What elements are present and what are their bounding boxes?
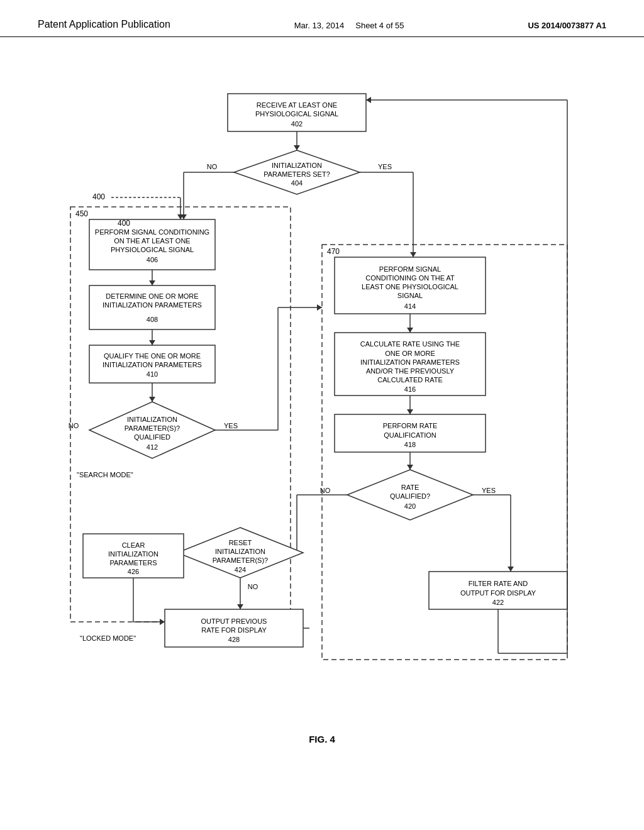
search-mode-label: "SEARCH MODE" — [77, 471, 133, 479]
patent-number: US 2014/0073877 A1 — [528, 21, 606, 30]
svg-text:NO: NO — [207, 163, 218, 170]
svg-text:426: 426 — [128, 568, 139, 575]
header-center: Mar. 13, 2014 Sheet 4 of 55 — [294, 21, 404, 30]
svg-text:ONE OR MORE: ONE OR MORE — [385, 350, 435, 357]
svg-text:INITIALIZATION: INITIALIZATION — [108, 550, 158, 558]
svg-text:412: 412 — [147, 443, 158, 451]
svg-text:406: 406 — [147, 256, 158, 263]
svg-text:YES: YES — [482, 487, 496, 494]
svg-text:428: 428 — [228, 636, 240, 643]
svg-marker-24 — [149, 280, 155, 285]
svg-text:INITIALIZATION PARAMETERS: INITIALIZATION PARAMETERS — [103, 301, 202, 309]
svg-text:PARAMETERS SET?: PARAMETERS SET? — [264, 170, 330, 178]
svg-marker-6 — [294, 145, 300, 150]
figure-caption: FIG. 4 — [52, 734, 592, 744]
svg-text:422: 422 — [492, 599, 504, 606]
svg-text:CLEAR: CLEAR — [122, 541, 145, 549]
svg-text:CALCULATE RATE USING THE: CALCULATE RATE USING THE — [360, 340, 460, 348]
publication-title: Patent Application Publication — [38, 19, 170, 30]
svg-text:400: 400 — [92, 192, 105, 201]
header: Patent Application Publication Mar. 13, … — [0, 0, 644, 37]
svg-text:QUALIFY THE ONE OR MORE: QUALIFY THE ONE OR MORE — [104, 352, 201, 360]
svg-text:AND/OR THE PREVIOUSLY: AND/OR THE PREVIOUSLY — [366, 367, 455, 375]
label-400: 400 — [118, 219, 130, 228]
svg-text:INITIALIZATION PARAMETERS: INITIALIZATION PARAMETERS — [360, 358, 460, 366]
svg-marker-30 — [149, 340, 155, 345]
svg-text:NO: NO — [320, 487, 331, 494]
svg-text:YES: YES — [378, 163, 392, 170]
publication-date: Mar. 13, 2014 — [294, 21, 345, 30]
svg-text:408: 408 — [147, 316, 158, 323]
svg-text:FILTER RATE AND: FILTER RATE AND — [469, 580, 528, 587]
locked-mode-label: "LOCKED MODE" — [80, 634, 136, 642]
svg-marker-17 — [410, 252, 416, 257]
sheet-info: Sheet 4 of 55 — [355, 21, 404, 30]
svg-marker-112 — [366, 97, 371, 103]
svg-text:PHYSIOLOGICAL SIGNAL: PHYSIOLOGICAL SIGNAL — [255, 110, 338, 118]
svg-text:CONDITIONING ON THE AT: CONDITIONING ON THE AT — [365, 274, 455, 282]
svg-text:NO: NO — [69, 422, 79, 429]
svg-text:QUALIFIED: QUALIFIED — [134, 433, 170, 441]
header-left: Patent Application Publication — [38, 19, 170, 30]
svg-text:PARAMETER(S)?: PARAMETER(S)? — [213, 556, 268, 564]
diagram-area: 450 470 RECEIVE AT LEAST ONE PHYSIOLOGIC… — [52, 75, 592, 744]
svg-text:RESET: RESET — [229, 539, 252, 546]
svg-marker-54 — [407, 328, 413, 333]
svg-text:QUALIFICATION: QUALIFICATION — [384, 431, 436, 439]
svg-marker-95 — [237, 604, 243, 609]
svg-text:PERFORM SIGNAL: PERFORM SIGNAL — [379, 265, 441, 273]
label-470: 470 — [327, 247, 340, 256]
page: Patent Application Publication Mar. 13, … — [0, 0, 644, 830]
node-402-text: RECEIVE AT LEAST ONE — [257, 101, 337, 109]
svg-text:416: 416 — [404, 385, 416, 393]
svg-text:418: 418 — [404, 441, 416, 448]
svg-text:PARAMETER(S)?: PARAMETER(S)? — [125, 424, 180, 432]
svg-text:424: 424 — [235, 566, 246, 573]
svg-text:NO: NO — [248, 583, 258, 590]
svg-text:INITIALIZATION: INITIALIZATION — [215, 548, 265, 555]
svg-text:PERFORM SIGNAL CONDITIONING: PERFORM SIGNAL CONDITIONING — [95, 228, 209, 236]
svg-text:LEAST ONE PHYSIOLOGICAL: LEAST ONE PHYSIOLOGICAL — [362, 283, 458, 290]
svg-text:RATE: RATE — [401, 484, 419, 491]
svg-marker-46 — [317, 304, 322, 311]
svg-marker-36 — [149, 397, 155, 402]
svg-text:420: 420 — [404, 502, 416, 510]
svg-text:ON THE AT LEAST ONE: ON THE AT LEAST ONE — [114, 237, 190, 245]
svg-text:OUTPUT FOR DISPLAY: OUTPUT FOR DISPLAY — [460, 589, 536, 597]
svg-marker-81 — [508, 567, 514, 572]
svg-text:402: 402 — [291, 120, 303, 128]
svg-text:OUTPUT PREVIOUS: OUTPUT PREVIOUS — [201, 617, 267, 625]
svg-text:CALCULATED RATE: CALCULATED RATE — [377, 376, 443, 384]
svg-text:PHYSIOLOGICAL SIGNAL: PHYSIOLOGICAL SIGNAL — [111, 246, 194, 253]
svg-text:RATE FOR DISPLAY: RATE FOR DISPLAY — [201, 626, 267, 634]
svg-text:INITIALIZATION: INITIALIZATION — [272, 162, 322, 169]
svg-text:QUALIFIED?: QUALIFIED? — [390, 492, 430, 500]
label-450: 450 — [75, 209, 88, 218]
svg-text:SIGNAL: SIGNAL — [397, 292, 423, 299]
svg-text:404: 404 — [291, 179, 303, 187]
svg-text:PARAMETERS: PARAMETERS — [110, 559, 157, 567]
svg-text:YES: YES — [224, 422, 238, 429]
svg-text:410: 410 — [147, 370, 158, 378]
svg-text:414: 414 — [404, 302, 416, 310]
svg-text:PERFORM RATE: PERFORM RATE — [383, 422, 438, 429]
svg-marker-69 — [407, 465, 413, 470]
svg-marker-107 — [160, 619, 165, 625]
svg-marker-63 — [407, 409, 413, 414]
svg-text:DETERMINE ONE OR MORE: DETERMINE ONE OR MORE — [106, 292, 198, 300]
svg-text:INITIALIZATION PARAMETERS: INITIALIZATION PARAMETERS — [103, 361, 202, 368]
flowchart: 450 470 RECEIVE AT LEAST ONE PHYSIOLOGIC… — [52, 75, 592, 722]
svg-text:INITIALIZATION: INITIALIZATION — [127, 416, 177, 423]
